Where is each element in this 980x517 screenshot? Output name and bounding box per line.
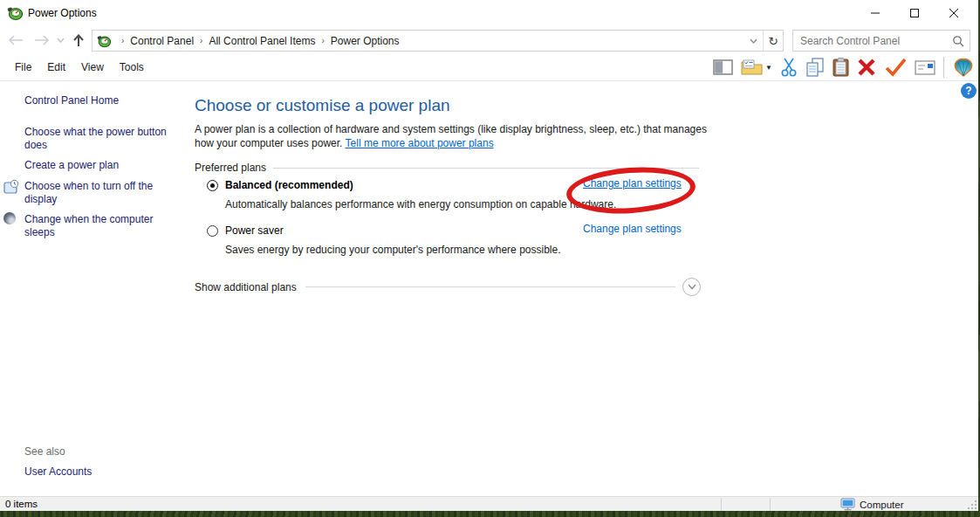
- chevron-down-icon[interactable]: [682, 278, 701, 296]
- minimize-icon[interactable]: [860, 0, 890, 26]
- sidebar-item-create-power-plan[interactable]: Create a power plan: [24, 159, 175, 172]
- menu-view[interactable]: View: [73, 61, 112, 73]
- show-additional-plans-label: Show additional plans: [195, 281, 305, 293]
- desktop-background: Power Options: [0, 0, 980, 517]
- status-separator: [770, 498, 771, 511]
- zone-label: Computer: [860, 500, 904, 510]
- plan-power-saver: Power saver Change plan settings Saves e…: [195, 223, 699, 256]
- toolbar-separator: [943, 57, 944, 78]
- breadcrumb-separator-icon: ›: [315, 36, 330, 45]
- plan-balanced-label: Balanced (recommended): [225, 179, 353, 191]
- group-label: Preferred plans: [195, 162, 273, 174]
- titlebar[interactable]: Power Options: [0, 0, 978, 26]
- sidebar-item-user-accounts[interactable]: User Accounts: [24, 465, 175, 479]
- sidebar-item-control-panel-home[interactable]: Control Panel Home: [24, 94, 175, 107]
- page-title: Choose or customise a power plan: [195, 96, 450, 115]
- power-options-app-icon: [7, 5, 23, 21]
- close-icon[interactable]: [939, 0, 969, 26]
- refresh-icon[interactable]: ↻: [764, 34, 783, 48]
- plan-balanced-description: Automatically balances performance with …: [225, 198, 699, 210]
- status-bar: 0 items Computer: [0, 496, 978, 511]
- menu-file[interactable]: File: [7, 61, 39, 73]
- classic-shell-icon[interactable]: [952, 58, 975, 78]
- power-options-location-icon: [97, 34, 111, 48]
- show-additional-divider: [305, 286, 675, 287]
- breadcrumb-separator-icon: ›: [194, 36, 209, 45]
- intro-paragraph: A power plan is a collection of hardware…: [195, 122, 711, 150]
- cut-icon[interactable]: [780, 58, 798, 77]
- breadcrumb-separator-icon: ›: [115, 36, 130, 45]
- paste-icon[interactable]: [833, 58, 849, 77]
- check-icon[interactable]: [884, 58, 907, 77]
- see-also-header: See also: [24, 445, 65, 458]
- security-zone-indicator: Computer: [840, 497, 904, 512]
- radio-power-saver[interactable]: [207, 225, 218, 237]
- plan-power-saver-header: Power saver Change plan settings: [195, 223, 699, 238]
- breadcrumb-all-control-panel-items[interactable]: All Control Panel Items: [209, 35, 315, 47]
- properties-icon[interactable]: [915, 60, 935, 75]
- plan-power-saver-label: Power saver: [225, 224, 284, 237]
- computer-icon: [840, 498, 855, 511]
- folder-options-icon[interactable]: ▼: [741, 59, 772, 76]
- menu-toolbar-row: File Edit View Tools ▼: [0, 54, 978, 81]
- show-additional-plans-row: Show additional plans: [195, 278, 701, 296]
- sleep-moon-icon: [3, 212, 19, 226]
- window-title: Power Options: [28, 0, 97, 26]
- search-icon[interactable]: [947, 35, 970, 47]
- up-icon[interactable]: [69, 26, 88, 54]
- display-timeout-icon: [3, 179, 19, 193]
- item-count-label: 0 items: [5, 498, 38, 511]
- reading-pane-icon[interactable]: [713, 59, 733, 75]
- back-icon[interactable]: [5, 26, 26, 54]
- breadcrumb-power-options[interactable]: Power Options: [331, 35, 400, 47]
- power-options-window: Power Options: [0, 0, 978, 511]
- plan-balanced: Balanced (recommended) Change plan setti…: [195, 177, 699, 210]
- classic-explorer-toolbar: ▼: [713, 54, 975, 80]
- help-icon[interactable]: ?: [961, 83, 977, 99]
- change-plan-settings-balanced-link[interactable]: Change plan settings: [583, 177, 682, 190]
- history-chevron-icon[interactable]: [54, 26, 66, 54]
- status-separator: [721, 498, 722, 511]
- radio-balanced[interactable]: [207, 180, 218, 191]
- forward-icon[interactable]: [31, 26, 52, 54]
- search-input[interactable]: [793, 35, 947, 47]
- tell-me-more-link[interactable]: Tell me more about power plans: [346, 137, 494, 149]
- breadcrumb-control-panel[interactable]: Control Panel: [130, 35, 194, 47]
- maximize-icon[interactable]: [900, 0, 929, 26]
- dropdown-arrow-icon[interactable]: ▼: [765, 64, 772, 72]
- navigation-bar: › Control Panel › All Control Panel Item…: [0, 26, 978, 54]
- plan-power-saver-description: Saves energy by reducing your computer's…: [225, 244, 699, 256]
- search-box[interactable]: [792, 30, 970, 52]
- resize-grip[interactable]: [967, 500, 977, 512]
- address-dropdown-chevron-icon[interactable]: [744, 36, 763, 45]
- delete-icon[interactable]: [857, 58, 876, 77]
- change-plan-settings-power-saver-link[interactable]: Change plan settings: [583, 223, 682, 235]
- group-divider: [273, 168, 699, 169]
- sidebar: Control Panel Home Choose what the power…: [0, 81, 190, 496]
- sidebar-item-power-button[interactable]: Choose what the power button does: [24, 126, 175, 152]
- preferred-plans-group: Preferred plans: [195, 162, 699, 174]
- sidebar-item-computer-sleeps[interactable]: Change when the computer sleeps: [24, 213, 166, 239]
- copy-icon[interactable]: [805, 58, 825, 77]
- menu-edit[interactable]: Edit: [39, 61, 73, 73]
- plan-balanced-header: Balanced (recommended) Change plan setti…: [195, 177, 699, 193]
- menu-bar: File Edit View Tools: [7, 54, 152, 80]
- content-area: ? Control Panel Home Choose what the pow…: [0, 81, 978, 496]
- menu-tools[interactable]: Tools: [112, 61, 152, 73]
- address-bar[interactable]: › Control Panel › All Control Panel Item…: [92, 30, 784, 52]
- sidebar-item-turn-off-display[interactable]: Choose when to turn off the display: [24, 180, 166, 206]
